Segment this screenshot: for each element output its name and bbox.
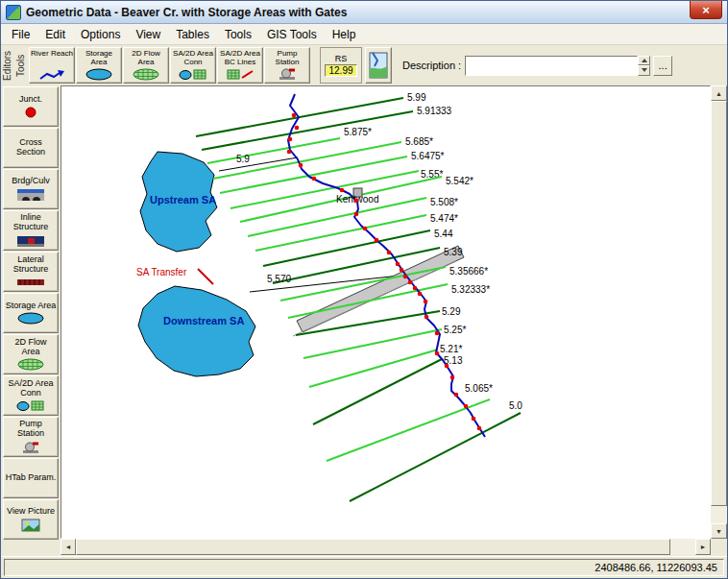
station-label: 5.99: [407, 92, 426, 103]
sidebar-item-2d-flow-area[interactable]: 2D Flow Area: [3, 334, 59, 374]
2d-flow-area-button[interactable]: 2D Flow Area: [123, 47, 169, 84]
river-reach-label: River Reach: [31, 50, 73, 59]
bank-station-dot: [340, 188, 345, 193]
horizontal-scrollbar[interactable]: ◄ ►: [61, 539, 711, 555]
station-label: 5.44: [434, 229, 453, 239]
bank-station-dot: [354, 212, 359, 217]
sidebar-item-label: Brdg/Culv: [12, 177, 50, 186]
sidebar-item-htab-param[interactable]: HTab Param.: [3, 458, 59, 498]
station-label: 5.6475*: [411, 151, 445, 161]
junction-icon: [25, 107, 36, 118]
scroll-right-arrow-icon[interactable]: ►: [695, 539, 711, 555]
sa-2d-area-conn-button[interactable]: SA/2D Area Conn: [170, 47, 216, 84]
river-reach-button[interactable]: River Reach: [29, 47, 75, 84]
tools-vertical-label: Tools: [15, 47, 29, 84]
sa-transfer-line[interactable]: [198, 269, 213, 284]
bank-station-dot: [403, 275, 408, 279]
interpolated-cross-section-line[interactable]: [309, 350, 438, 387]
sa-2d-area-conn-icon: [16, 399, 45, 412]
sidebar-item-label: Pump Station: [5, 420, 57, 439]
storage-area-polygon[interactable]: [138, 286, 255, 376]
station-label: 5.685*: [405, 136, 433, 147]
bank-station-dot: [387, 251, 392, 255]
schematic-svg[interactable]: Upstream SADownstream SA5.995.913335.875…: [61, 86, 710, 538]
levee-band[interactable]: [297, 246, 464, 332]
description-spinner[interactable]: [638, 56, 650, 76]
river-reach-icon: [38, 69, 65, 81]
bank-station-dot: [312, 177, 317, 181]
sa-2d-area-bc-lines-label: SA/2D Area BC Lines: [219, 50, 261, 67]
description-input[interactable]: [465, 56, 638, 76]
bank-station-dot: [454, 393, 459, 398]
vertical-scroll-track[interactable]: [711, 101, 727, 523]
interpolated-cross-section-line[interactable]: [327, 399, 490, 461]
sidebar-item-label: Junct.: [19, 95, 42, 105]
toolbar-corner-labels: Editors Tools: [2, 47, 29, 84]
horizontal-scroll-track[interactable]: [76, 539, 695, 555]
sidebar-item-pump-station[interactable]: Pump Station: [3, 417, 59, 457]
station-label: 5.875*: [344, 127, 372, 137]
pump-station-button[interactable]: Pump Station: [264, 47, 310, 84]
horizontal-scroll-thumb[interactable]: [76, 539, 670, 555]
view-picture-icon: [21, 519, 40, 532]
station-label: 5.39: [444, 247, 463, 257]
menu-item-view[interactable]: View: [128, 25, 168, 44]
scroll-left-arrow-icon[interactable]: ◄: [61, 539, 76, 555]
sidebar-item-inline-structure[interactable]: Inline Structure: [3, 210, 59, 251]
bank-station-dot: [400, 268, 404, 273]
station-label: 5.32333*: [451, 284, 490, 295]
editors-sidebar: Junct. Cross Section Brdg/Culv Inline St…: [1, 85, 61, 541]
menu-item-edit[interactable]: Edit: [37, 25, 73, 44]
bank-station-dot: [413, 286, 418, 291]
spinner-down-icon[interactable]: [638, 65, 650, 76]
sidebar-item-sa-2d-area-conn[interactable]: SA/2D Area Conn: [3, 375, 59, 416]
sidebar-item-cross-section[interactable]: Cross Section: [3, 128, 59, 168]
schematic-canvas[interactable]: Upstream SADownstream SA5.995.913335.875…: [61, 85, 711, 539]
description-expand-button[interactable]: ...: [653, 56, 672, 76]
menu-item-gis-tools[interactable]: GIS Tools: [259, 25, 325, 44]
bank-station-dot: [435, 351, 440, 356]
sidebar-item-junction[interactable]: Junct.: [3, 86, 59, 127]
station-label: 5.35666*: [449, 266, 488, 277]
storage-area-label: Storage Area: [78, 50, 120, 67]
interpolated-cross-section-line[interactable]: [255, 215, 426, 251]
mouse-coordinates: 2408486.66, 11226093.45: [595, 562, 717, 573]
cross-section-line[interactable]: [313, 359, 442, 424]
sidebar-item-view-picture[interactable]: View Picture: [3, 499, 59, 540]
sa-2d-area-bc-lines-button[interactable]: SA/2D Area BC Lines: [217, 47, 263, 84]
sidebar-item-storage-area[interactable]: Storage Area: [3, 293, 59, 333]
vertical-scrollbar[interactable]: ▲ ▼: [711, 85, 727, 539]
sidebar-item-bridge-culvert[interactable]: Brdg/Culv: [3, 169, 59, 209]
storage-area-button[interactable]: Storage Area: [76, 47, 122, 84]
background-pictures-button[interactable]: [365, 47, 392, 84]
cross-section-line[interactable]: [263, 230, 430, 266]
interpolated-cross-section-line[interactable]: [207, 138, 340, 163]
title-bar[interactable]: Geometric Data - Beaver Cr. with Storage…: [1, 1, 727, 24]
annotation-label: 5.570: [267, 274, 291, 284]
menu-item-options[interactable]: Options: [73, 25, 128, 44]
bank-station-dot: [445, 364, 449, 369]
vertical-scroll-thumb[interactable]: [711, 101, 727, 506]
editors-vertical-label: Editors: [2, 47, 15, 84]
menu-item-file[interactable]: File: [4, 25, 37, 44]
bank-station-dot: [477, 426, 482, 431]
sa-2d-area-conn-label: SA/2D Area Conn: [172, 50, 214, 67]
rs-value: 12.99: [325, 64, 356, 77]
menu-item-help[interactable]: Help: [325, 25, 364, 44]
scroll-up-arrow-icon[interactable]: ▲: [711, 85, 727, 101]
spinner-up-icon[interactable]: [638, 56, 650, 66]
menu-item-tables[interactable]: Tables: [168, 25, 217, 44]
close-button[interactable]: ×: [690, 1, 722, 19]
cross-section-line[interactable]: [350, 413, 521, 501]
levee-edge-line: [293, 261, 456, 336]
station-label: 5.25*: [444, 325, 466, 335]
bank-station-dot: [425, 315, 429, 320]
bank-station-dot: [424, 300, 428, 304]
bank-station-dot: [450, 375, 455, 380]
sa-2d-area-conn-icon: [179, 68, 207, 81]
scroll-down-arrow-icon[interactable]: ▼: [711, 523, 727, 539]
sidebar-item-label: SA/2D Area Conn: [5, 379, 57, 398]
sidebar-item-lateral-structure[interactable]: Lateral Structure: [3, 252, 59, 292]
menu-item-tools[interactable]: Tools: [217, 25, 259, 44]
toolbar: Editors Tools River Reach Storage Area 2…: [1, 45, 727, 85]
